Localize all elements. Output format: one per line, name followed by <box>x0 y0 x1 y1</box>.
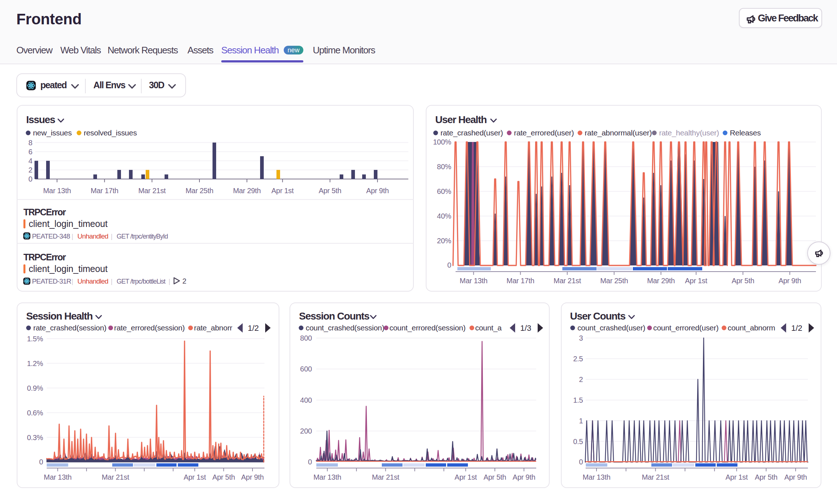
svg-text:0: 0 <box>28 175 32 183</box>
svg-text:new_issues: new_issues <box>33 129 72 137</box>
svg-text:1.2%: 1.2% <box>27 359 43 367</box>
svg-text:6: 6 <box>28 148 32 156</box>
svg-text:0: 0 <box>308 458 312 466</box>
svg-text:200: 200 <box>300 427 312 435</box>
svg-text:Mar 13th: Mar 13th <box>314 473 341 481</box>
svg-text:40%: 40% <box>437 212 452 220</box>
svg-text:Issues: Issues <box>26 114 55 125</box>
svg-text:Session Counts: Session Counts <box>299 310 369 322</box>
svg-text:Apr 5th: Apr 5th <box>319 187 341 195</box>
svg-text:Apr 1st: Apr 1st <box>183 473 206 481</box>
svg-text:100%: 100% <box>433 138 451 146</box>
svg-text:Mar 21st: Mar 21st <box>102 473 129 481</box>
svg-text:rate_crashed(session): rate_crashed(session) <box>33 324 106 332</box>
svg-text:|: | <box>111 233 112 240</box>
svg-text:800: 800 <box>300 334 312 342</box>
svg-text:0.5: 0.5 <box>573 438 583 446</box>
svg-text:Apr 9th: Apr 9th <box>513 473 535 481</box>
svg-text:Releases: Releases <box>730 129 761 137</box>
svg-text:rate_crashed(user): rate_crashed(user) <box>440 129 503 137</box>
svg-text:80%: 80% <box>437 163 452 171</box>
svg-text:Apr 5th: Apr 5th <box>484 473 506 481</box>
svg-text:resolved_issues: resolved_issues <box>84 129 137 137</box>
svg-text:Mar 29th: Mar 29th <box>233 187 261 195</box>
svg-text:count_crashed(user): count_crashed(user) <box>577 324 645 332</box>
svg-text:600: 600 <box>300 365 312 373</box>
svg-text:Apr 1st: Apr 1st <box>685 277 708 285</box>
svg-text:1/2: 1/2 <box>791 324 802 333</box>
svg-text:User Counts: User Counts <box>570 310 626 322</box>
svg-text:0.6%: 0.6% <box>27 409 43 417</box>
svg-text:count_errored(user): count_errored(user) <box>653 324 719 332</box>
svg-text:Apr 5th: Apr 5th <box>212 473 235 481</box>
svg-text:rate_errored(session): rate_errored(session) <box>114 324 185 332</box>
svg-text:20%: 20% <box>437 237 452 245</box>
svg-text:Apr 9th: Apr 9th <box>241 473 264 481</box>
svg-text:Apr 9th: Apr 9th <box>784 473 807 481</box>
svg-text:Mar 21st: Mar 21st <box>138 187 166 195</box>
svg-text:client_login_timeout: client_login_timeout <box>29 264 108 274</box>
svg-text:Mar 21st: Mar 21st <box>642 473 670 481</box>
svg-text:Apr 1st: Apr 1st <box>454 473 477 481</box>
svg-text:Mar 13th: Mar 13th <box>44 473 72 481</box>
svg-text:Apr 1st: Apr 1st <box>271 187 294 195</box>
svg-text:8: 8 <box>28 139 32 147</box>
svg-text:Apr 9th: Apr 9th <box>366 187 389 195</box>
svg-text:rate_abnormal(user): rate_abnormal(user) <box>585 129 652 137</box>
svg-text:|: | <box>72 278 73 285</box>
svg-text:PEATED-348: PEATED-348 <box>32 232 70 240</box>
svg-text:GET /trpc/bottleList: GET /trpc/bottleList <box>117 278 166 285</box>
svg-text:0: 0 <box>447 261 451 269</box>
svg-text:User Health: User Health <box>435 114 487 125</box>
svg-text:60%: 60% <box>437 187 452 195</box>
svg-text:rate_errored(user): rate_errored(user) <box>514 129 574 137</box>
svg-text:2: 2 <box>28 166 32 174</box>
svg-text:Mar 25th: Mar 25th <box>186 187 214 195</box>
svg-text:0: 0 <box>39 458 43 466</box>
svg-text:Mar 13th: Mar 13th <box>460 277 488 285</box>
svg-text:1/3: 1/3 <box>520 324 531 333</box>
svg-text:Session Health: Session Health <box>26 310 93 322</box>
svg-text:rate_abnorr: rate_abnorr <box>194 324 232 332</box>
svg-text:1.5%: 1.5% <box>27 335 43 343</box>
svg-text:rate_healthy(user): rate_healthy(user) <box>659 129 719 137</box>
svg-text:Mar 13th: Mar 13th <box>43 187 71 195</box>
svg-text:Mar 13th: Mar 13th <box>583 473 611 481</box>
svg-text:PEATED-31R: PEATED-31R <box>32 277 71 285</box>
svg-text:1/2: 1/2 <box>248 324 259 333</box>
svg-text:Mar 17th: Mar 17th <box>90 187 118 195</box>
svg-text:Apr 9th: Apr 9th <box>779 277 801 285</box>
svg-text:2: 2 <box>579 375 583 383</box>
svg-text:|: | <box>169 278 170 285</box>
svg-text:GET /trpc/entityById: GET /trpc/entityById <box>117 233 168 240</box>
svg-text:Mar 17th: Mar 17th <box>506 277 534 285</box>
svg-text:0.3%: 0.3% <box>27 434 43 442</box>
svg-text:Mar 25th: Mar 25th <box>600 277 628 285</box>
svg-text:400: 400 <box>300 396 312 404</box>
svg-text:Mar 21st: Mar 21st <box>372 473 400 481</box>
svg-text:|: | <box>111 278 112 285</box>
svg-text:Apr 5th: Apr 5th <box>755 473 777 481</box>
svg-text:TRPCError: TRPCError <box>24 207 66 217</box>
svg-text:0.9%: 0.9% <box>27 384 43 392</box>
svg-text:Unhandled: Unhandled <box>77 232 108 240</box>
svg-text:count_crashed(session): count_crashed(session) <box>306 324 384 332</box>
svg-text:|: | <box>72 233 73 240</box>
svg-text:TRPCError: TRPCError <box>24 252 66 262</box>
svg-text:client_login_timeout: client_login_timeout <box>29 219 108 229</box>
svg-text:count_errored(session): count_errored(session) <box>389 324 465 332</box>
svg-text:3: 3 <box>579 334 583 342</box>
svg-text:count_a: count_a <box>475 324 502 332</box>
svg-text:count_abnorm: count_abnorm <box>728 324 775 332</box>
svg-text:Mar 21st: Mar 21st <box>554 277 581 285</box>
svg-text:2.5: 2.5 <box>573 355 583 363</box>
svg-text:1.5: 1.5 <box>573 396 583 404</box>
svg-text:1: 1 <box>579 417 583 425</box>
svg-text:2: 2 <box>182 277 186 285</box>
svg-text:Apr 1st: Apr 1st <box>725 473 748 481</box>
svg-text:Mar 29th: Mar 29th <box>647 277 675 285</box>
svg-text:0: 0 <box>579 458 583 466</box>
svg-text:Apr 5th: Apr 5th <box>732 277 754 285</box>
svg-text:4: 4 <box>28 157 32 165</box>
svg-text:Unhandled: Unhandled <box>77 277 108 285</box>
